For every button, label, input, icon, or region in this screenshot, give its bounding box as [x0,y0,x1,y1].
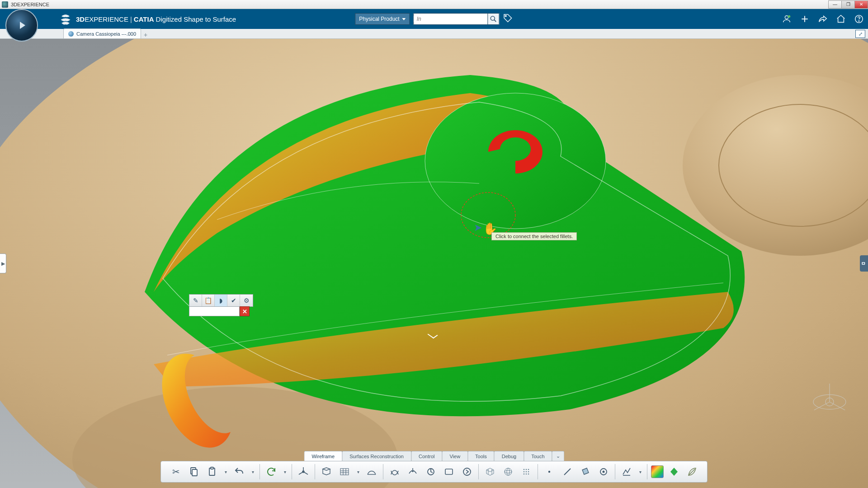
search-box[interactable] [414,13,500,25]
svg-point-4 [788,15,791,18]
svg-rect-24 [192,469,197,476]
tree-expand-handle[interactable]: ▶ [0,253,6,273]
search-input[interactable] [414,16,488,22]
grid-sphere-icon[interactable] [500,464,516,479]
context-value-input[interactable] [189,306,240,316]
svg-rect-31 [340,469,349,475]
tab-wireframe[interactable]: Wireframe [304,451,342,461]
deviation-icon[interactable] [619,464,634,479]
brush-icon[interactable]: ✎ [189,295,202,306]
svg-point-50 [524,474,525,475]
play-icon [20,22,25,29]
mesh-grid-icon[interactable] [337,464,352,479]
dropdown-label: Physical Product [359,16,399,22]
paste-icon[interactable] [204,464,220,479]
help-icon[interactable] [854,14,864,24]
svg-line-54 [564,469,571,475]
svg-point-45 [526,469,527,470]
compass-button[interactable] [5,9,38,42]
undo-more-icon[interactable]: ▾ [250,464,256,479]
curve-network-icon[interactable] [387,464,402,479]
svg-point-0 [491,16,495,20]
window-restore-button[interactable]: ❐ [841,0,855,9]
new-tab-button[interactable]: + [141,31,150,38]
svg-point-42 [505,470,512,473]
paste-more-icon[interactable]: ▾ [222,464,229,479]
document-tab[interactable]: Camera Cassiopeia ---.000 [63,28,141,38]
action-bar: ✂ ▾ ▾ ▾ ▾ [160,461,708,483]
tab-debug[interactable]: Debug [494,451,524,461]
expand-panel-button[interactable]: ⤢ [855,30,865,38]
tab-view[interactable]: View [442,451,468,461]
tab-surfaces-reconstruction[interactable]: Surfaces Reconstruction [342,451,411,461]
rainbow-icon[interactable] [651,465,664,478]
clipboard-icon[interactable]: 📋 [202,295,215,306]
circle-icon[interactable] [596,464,611,479]
action-bar-tabs: Wireframe Surfaces Reconstruction Contro… [304,451,564,461]
tab-touch[interactable]: Touch [524,451,552,461]
svg-point-47 [524,471,525,473]
context-filter-dropdown[interactable]: Physical Product [355,13,410,25]
update-icon[interactable] [264,464,279,479]
tab-more-button[interactable]: ⌄ [552,451,565,461]
camera-panel-handle[interactable] [860,255,868,272]
svg-line-1 [495,20,496,22]
feather-icon[interactable] [684,464,700,479]
view-compass-icon[interactable] [809,380,850,420]
home-icon[interactable] [835,14,846,24]
svg-rect-37 [445,469,453,474]
diamond-green-icon[interactable] [666,464,682,479]
tooltip: Click to connect the selected fillets. [491,232,577,240]
gear-icon[interactable]: ⚙ [240,295,253,306]
svg-point-38 [463,468,471,475]
tab-control[interactable]: Control [411,451,442,461]
more-arrow-icon[interactable] [459,464,475,479]
point-icon[interactable] [542,464,557,479]
cylinder-icon[interactable]: ◗ [215,295,227,306]
svg-point-51 [526,474,527,475]
update-more-icon[interactable]: ▾ [282,464,288,479]
svg-point-8 [859,21,859,21]
window-minimize-button[interactable]: — [828,0,842,9]
context-mini-input-row: ✕ [189,306,250,316]
viewport-3d[interactable]: ▶ ✎ 📋 ◗ ✔ ⚙ ✕ ➤✋ Click to connect the se… [0,39,868,488]
curve-project-icon[interactable] [405,464,420,479]
share-icon[interactable] [817,14,828,24]
mesh-select-icon[interactable] [319,464,334,479]
svg-point-52 [528,474,529,475]
mesh-area-icon[interactable] [364,464,379,479]
svg-point-46 [528,469,529,470]
curve-redo-icon[interactable] [423,464,439,479]
tab-tools[interactable]: Tools [467,451,495,461]
context-mini-toolbar: ✎ 📋 ◗ ✔ ⚙ [189,294,253,307]
svg-point-30 [302,471,304,473]
grid-plane-icon[interactable] [482,464,498,479]
brand-label: 3DEXPERIENCE | CATIA Digitized Shape to … [76,15,236,23]
check-icon[interactable]: ✔ [227,295,240,306]
cut-icon[interactable]: ✂ [168,464,184,479]
ds-logo-icon [59,12,72,26]
document-tabs: Camera Cassiopeia ---.000 + ⤢ [0,29,868,39]
add-icon[interactable] [799,14,810,24]
user-status-icon[interactable] [781,14,792,24]
axis-system-icon[interactable] [296,464,311,479]
line-icon[interactable] [560,464,575,479]
deviation-more-icon[interactable]: ▾ [637,464,643,479]
svg-point-2 [505,15,507,17]
model-render [0,39,868,488]
mesh-more-icon[interactable]: ▾ [355,464,361,479]
document-tab-label: Camera Cassiopeia ---.000 [76,31,136,37]
tag-icon[interactable] [503,13,513,25]
app-header: 3DEXPERIENCE | CATIA Digitized Shape to … [0,9,868,29]
svg-point-53 [548,471,550,473]
plane-icon[interactable] [578,464,593,479]
copy-icon[interactable] [186,464,202,479]
grid-dots-icon[interactable] [519,464,534,479]
os-titlebar: 3DEXPERIENCE — ❐ ✕ [0,0,868,9]
svg-point-44 [524,469,525,470]
boundary-icon[interactable] [441,464,457,479]
context-close-button[interactable]: ✕ [240,306,250,316]
undo-icon[interactable] [231,464,247,479]
search-button[interactable] [488,14,499,24]
window-close-button[interactable]: ✕ [854,0,868,9]
